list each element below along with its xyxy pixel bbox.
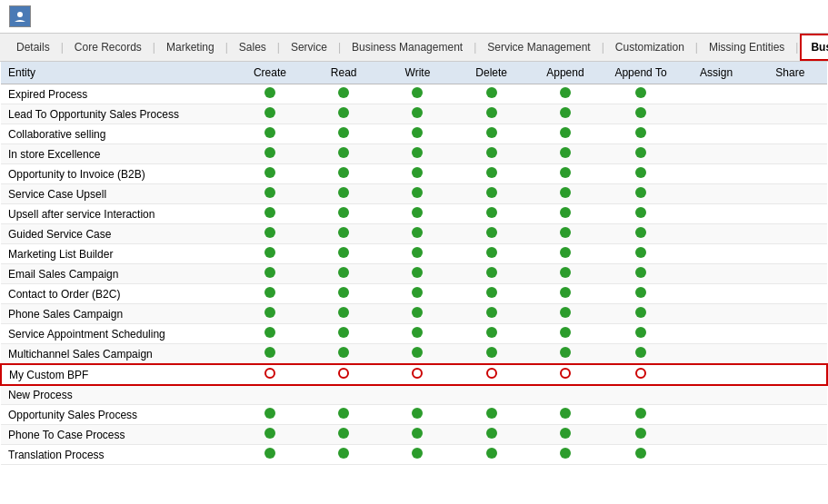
perm-cell-share[interactable] bbox=[753, 344, 827, 365]
perm-dot-filled[interactable] bbox=[264, 448, 275, 459]
perm-cell-read[interactable] bbox=[307, 144, 381, 164]
perm-dot-filled[interactable] bbox=[412, 267, 423, 278]
perm-cell-share[interactable] bbox=[753, 84, 827, 104]
perm-cell-delete[interactable] bbox=[454, 164, 528, 184]
perm-cell-share[interactable] bbox=[753, 144, 827, 164]
perm-cell-assign[interactable] bbox=[679, 144, 753, 164]
perm-cell-assign[interactable] bbox=[679, 164, 753, 184]
perm-cell-appendTo[interactable] bbox=[603, 264, 680, 284]
perm-cell-assign[interactable] bbox=[679, 324, 753, 344]
perm-cell-write[interactable] bbox=[381, 264, 454, 284]
perm-cell-assign[interactable] bbox=[679, 224, 753, 244]
perm-cell-create[interactable] bbox=[233, 204, 306, 224]
perm-cell-write[interactable] bbox=[381, 84, 454, 104]
perm-cell-delete[interactable] bbox=[454, 304, 528, 324]
perm-cell-create[interactable] bbox=[233, 324, 306, 344]
perm-cell-read[interactable] bbox=[307, 124, 381, 144]
perm-cell-read[interactable] bbox=[307, 284, 381, 304]
perm-dot-filled[interactable] bbox=[486, 408, 497, 419]
perm-cell-assign[interactable] bbox=[679, 425, 753, 445]
perm-cell-read[interactable] bbox=[307, 324, 381, 344]
perm-cell-share[interactable] bbox=[753, 445, 827, 465]
perm-cell-write[interactable] bbox=[381, 445, 454, 465]
perm-dot-filled[interactable] bbox=[338, 207, 349, 218]
perm-cell-create[interactable] bbox=[233, 284, 306, 304]
perm-cell-read[interactable] bbox=[307, 425, 381, 445]
perm-dot-filled[interactable] bbox=[264, 107, 275, 118]
perm-cell-create[interactable] bbox=[233, 264, 306, 284]
perm-dot-filled[interactable] bbox=[486, 267, 497, 278]
tab-business-management[interactable]: Business Management bbox=[343, 35, 472, 59]
perm-dot-filled[interactable] bbox=[635, 448, 646, 459]
perm-cell-share[interactable] bbox=[753, 364, 827, 385]
perm-cell-read[interactable] bbox=[307, 304, 381, 324]
perm-cell-appendTo[interactable] bbox=[603, 425, 680, 445]
perm-dot-filled[interactable] bbox=[264, 267, 275, 278]
perm-cell-create[interactable] bbox=[233, 144, 306, 164]
perm-cell-appendTo[interactable] bbox=[603, 124, 680, 144]
perm-dot-filled[interactable] bbox=[486, 207, 497, 218]
perm-cell-append[interactable] bbox=[528, 264, 602, 284]
perm-cell-write[interactable] bbox=[381, 244, 454, 264]
perm-dot-filled[interactable] bbox=[635, 207, 646, 218]
perm-dot-filled[interactable] bbox=[338, 448, 349, 459]
perm-cell-write[interactable] bbox=[381, 385, 454, 405]
perm-dot-filled[interactable] bbox=[412, 327, 423, 338]
perm-cell-delete[interactable] bbox=[454, 344, 528, 365]
perm-cell-assign[interactable] bbox=[679, 244, 753, 264]
perm-dot-filled[interactable] bbox=[486, 307, 497, 318]
perm-cell-appendTo[interactable] bbox=[603, 244, 680, 264]
perm-dot-filled[interactable] bbox=[338, 247, 349, 258]
perm-dot-filled[interactable] bbox=[412, 147, 423, 158]
perm-cell-create[interactable] bbox=[233, 104, 306, 124]
perm-dot-filled[interactable] bbox=[560, 167, 571, 178]
perm-dot-filled[interactable] bbox=[338, 267, 349, 278]
perm-cell-read[interactable] bbox=[307, 364, 381, 385]
perm-cell-append[interactable] bbox=[528, 104, 602, 124]
perm-dot-filled[interactable] bbox=[560, 448, 571, 459]
perm-dot-filled[interactable] bbox=[560, 227, 571, 238]
perm-cell-delete[interactable] bbox=[454, 324, 528, 344]
perm-cell-delete[interactable] bbox=[454, 264, 528, 284]
perm-dot-filled[interactable] bbox=[635, 267, 646, 278]
perm-cell-append[interactable] bbox=[528, 244, 602, 264]
perm-dot-filled[interactable] bbox=[560, 247, 571, 258]
perm-cell-create[interactable] bbox=[233, 385, 306, 405]
tab-business-process-flows[interactable]: Business Process Flows bbox=[800, 34, 828, 61]
tab-marketing[interactable]: Marketing bbox=[157, 35, 224, 59]
perm-dot-filled[interactable] bbox=[412, 408, 423, 419]
perm-cell-delete[interactable] bbox=[454, 104, 528, 124]
perm-dot-filled[interactable] bbox=[486, 187, 497, 198]
perm-cell-assign[interactable] bbox=[679, 344, 753, 365]
perm-dot-filled[interactable] bbox=[338, 408, 349, 419]
perm-dot-filled[interactable] bbox=[560, 287, 571, 298]
perm-cell-create[interactable] bbox=[233, 344, 306, 365]
perm-cell-share[interactable] bbox=[753, 304, 827, 324]
perm-cell-read[interactable] bbox=[307, 84, 381, 104]
tab-service-management[interactable]: Service Management bbox=[478, 35, 599, 59]
perm-cell-write[interactable] bbox=[381, 224, 454, 244]
perm-cell-appendTo[interactable] bbox=[603, 104, 680, 124]
perm-cell-appendTo[interactable] bbox=[603, 184, 680, 204]
perm-cell-append[interactable] bbox=[528, 425, 602, 445]
perm-dot-filled[interactable] bbox=[338, 147, 349, 158]
perm-dot-filled[interactable] bbox=[635, 287, 646, 298]
perm-cell-delete[interactable] bbox=[454, 184, 528, 204]
perm-cell-create[interactable] bbox=[233, 184, 306, 204]
perm-dot-filled[interactable] bbox=[486, 428, 497, 439]
perm-dot-filled[interactable] bbox=[412, 287, 423, 298]
perm-cell-assign[interactable] bbox=[679, 284, 753, 304]
perm-dot-filled[interactable] bbox=[338, 287, 349, 298]
perm-dot-filled[interactable] bbox=[635, 247, 646, 258]
perm-dot-filled[interactable] bbox=[412, 448, 423, 459]
perm-cell-append[interactable] bbox=[528, 344, 602, 365]
perm-cell-append[interactable] bbox=[528, 224, 602, 244]
perm-cell-append[interactable] bbox=[528, 184, 602, 204]
tab-customization[interactable]: Customization bbox=[606, 35, 693, 59]
perm-dot-filled[interactable] bbox=[412, 187, 423, 198]
perm-dot-filled[interactable] bbox=[635, 307, 646, 318]
perm-dot-filled[interactable] bbox=[338, 87, 349, 98]
perm-dot-filled[interactable] bbox=[486, 147, 497, 158]
perm-cell-read[interactable] bbox=[307, 344, 381, 365]
perm-cell-appendTo[interactable] bbox=[603, 304, 680, 324]
